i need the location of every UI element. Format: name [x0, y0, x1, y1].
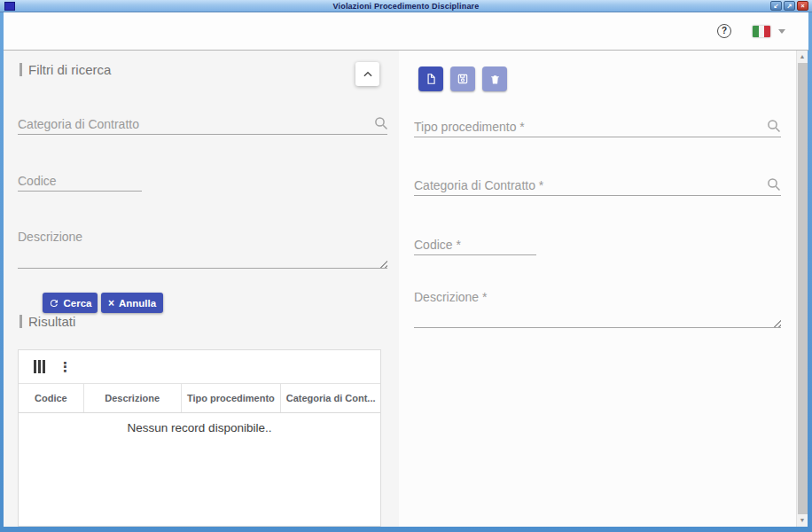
column-header-tipo-procedimento[interactable]: Tipo procedimento: [182, 384, 282, 412]
search-icon[interactable]: [374, 116, 388, 130]
empty-table-message: Nessun record disponibile..: [19, 421, 380, 434]
italian-flag-icon: [753, 26, 770, 37]
filters-section-title: Filtri di ricerca: [20, 62, 111, 77]
delete-button[interactable]: [482, 66, 507, 91]
help-icon[interactable]: ?: [717, 24, 731, 38]
close-button[interactable]: ×: [797, 1, 808, 11]
search-icon[interactable]: [767, 177, 781, 192]
scroll-down-icon[interactable]: ▼: [797, 514, 808, 527]
save-floppy-icon: [457, 73, 469, 85]
table-header-row: Codice Descrizione Tipo procedimento Cat…: [19, 384, 380, 413]
cancel-button[interactable]: × Annulla: [101, 293, 163, 313]
record-actions: [418, 66, 507, 91]
column-header-descrizione[interactable]: Descrizione: [84, 384, 182, 412]
main-content: Filtri di ricerca C: [4, 51, 808, 527]
vertical-scrollbar[interactable]: ▲ ▼: [796, 51, 808, 527]
search-button-label: Cerca: [64, 298, 92, 309]
detail-categoria-input[interactable]: [414, 176, 781, 196]
scroll-up-icon[interactable]: ▲: [797, 51, 808, 63]
filter-descrizione-textarea[interactable]: [18, 228, 387, 269]
tipo-procedimento-input[interactable]: [414, 117, 781, 137]
filter-codice-input[interactable]: [18, 171, 142, 192]
columns-icon[interactable]: [34, 360, 45, 373]
search-icon[interactable]: [767, 119, 781, 133]
app-window: Violazioni Procedimento Disciplinare ↙ ↗…: [0, 0, 812, 532]
new-record-button[interactable]: [418, 66, 443, 91]
search-panel: Filtri di ricerca C: [4, 51, 399, 527]
magnifier-glyph: [767, 177, 781, 192]
section-accent-bar: [20, 315, 22, 328]
kebab-menu-icon[interactable]: ⋮: [59, 360, 72, 373]
search-button[interactable]: Cerca: [43, 293, 98, 313]
filter-categoria-input[interactable]: [18, 114, 387, 135]
refresh-icon: [49, 298, 59, 309]
new-document-icon: [425, 73, 437, 85]
collapse-filters-button[interactable]: [355, 62, 379, 86]
language-selector[interactable]: [753, 26, 785, 37]
column-header-categoria[interactable]: Categoria di Cont...: [281, 384, 380, 412]
detail-codice-input[interactable]: [414, 235, 536, 255]
window-title: Violazioni Procedimento Disciplinare: [0, 0, 812, 12]
section-accent-bar: [20, 63, 22, 76]
maximize-button[interactable]: ↗: [784, 1, 795, 11]
minimize-button[interactable]: ↙: [770, 1, 782, 11]
detail-descrizione-textarea[interactable]: [414, 288, 781, 328]
table-body: Nessun record disponibile..: [19, 421, 380, 434]
x-icon: ×: [108, 298, 114, 309]
trash-icon: [489, 74, 501, 85]
chevron-down-icon: [778, 29, 785, 34]
header-toolbar: ?: [4, 12, 808, 51]
detail-panel: [399, 51, 796, 527]
window-controls: ↙ ↗ ×: [770, 1, 808, 11]
window-titlebar[interactable]: Violazioni Procedimento Disciplinare ↙ ↗…: [0, 0, 812, 12]
column-header-codice[interactable]: Codice: [19, 384, 84, 412]
cancel-button-label: Annulla: [119, 298, 156, 309]
scrollbar-thumb[interactable]: [798, 63, 808, 514]
results-title-label: Risultati: [28, 314, 75, 329]
save-button[interactable]: [450, 66, 475, 91]
magnifier-glyph: [767, 119, 781, 133]
results-table: ⋮ Codice Descrizione Tipo procedimento C…: [18, 349, 381, 527]
filters-title-label: Filtri di ricerca: [28, 62, 111, 77]
magnifier-glyph: [374, 116, 388, 130]
table-toolbar: ⋮: [19, 350, 380, 384]
chevron-up-icon: [362, 68, 374, 81]
results-section-title: Risultati: [20, 314, 75, 329]
